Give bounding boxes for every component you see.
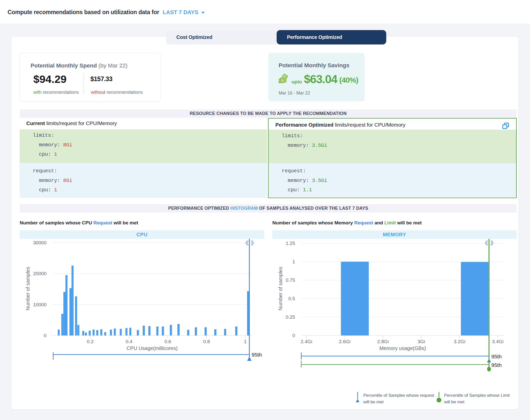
svg-text:0.4: 0.4	[126, 339, 132, 344]
svg-text:2.4Gi: 2.4Gi	[301, 339, 312, 344]
svg-text:0.6: 0.6	[164, 339, 171, 344]
svg-text:0: 0	[44, 333, 46, 338]
svg-text:0.2: 0.2	[87, 339, 93, 344]
svg-text:0.75: 0.75	[286, 277, 295, 283]
svg-text:0.5: 0.5	[288, 296, 295, 301]
svg-text:Number of samples: Number of samples	[25, 267, 31, 310]
svg-text:0.25: 0.25	[286, 314, 295, 320]
svg-text:3.4Gi: 3.4Gi	[492, 339, 503, 344]
svg-text:Memory usage(GBs): Memory usage(GBs)	[379, 345, 426, 351]
svg-text:2.8Gi: 2.8Gi	[377, 339, 389, 344]
svg-text:0.8: 0.8	[203, 339, 210, 344]
svg-text:95th: 95th	[252, 352, 262, 358]
svg-text:95th: 95th	[491, 362, 502, 368]
svg-text:10000: 10000	[33, 302, 46, 307]
svg-text:3.2Gi: 3.2Gi	[454, 339, 465, 344]
svg-text:20000: 20000	[33, 271, 46, 276]
svg-text:1: 1	[244, 339, 247, 344]
svg-text:1: 1	[292, 259, 295, 264]
svg-text:0: 0	[292, 333, 295, 338]
svg-text:95th: 95th	[491, 354, 502, 359]
svg-text:3Gi: 3Gi	[418, 339, 425, 344]
svg-text:Number of samples: Number of samples	[278, 267, 283, 310]
svg-text:1.25: 1.25	[286, 241, 295, 246]
svg-text:2.6Gi: 2.6Gi	[339, 339, 350, 344]
svg-text:30000: 30000	[33, 240, 46, 245]
svg-text:CPU Usage(millicores): CPU Usage(millicores)	[127, 345, 178, 351]
